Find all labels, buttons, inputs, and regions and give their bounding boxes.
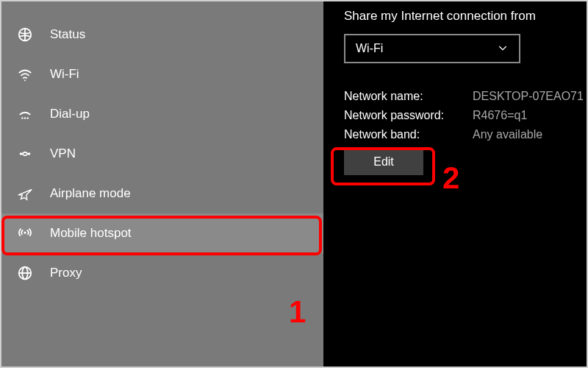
chevron-down-icon <box>497 42 509 56</box>
hotspot-icon <box>16 224 34 242</box>
network-band-label: Network band: <box>344 128 473 141</box>
edit-button-label: Edit <box>373 155 394 169</box>
sidebar-item-label: Wi-Fi <box>50 67 79 82</box>
sidebar-item-status[interactable]: Status <box>0 15 323 54</box>
connection-source-select[interactable]: Wi-Fi <box>344 34 520 63</box>
network-password-value: R4676=q1 <box>473 109 527 122</box>
sidebar-item-wifi[interactable]: Wi-Fi <box>0 54 323 94</box>
sidebar-item-label: Mobile hotspot <box>50 226 132 241</box>
sidebar-item-mobile-hotspot[interactable]: Mobile hotspot <box>0 213 323 253</box>
edit-button[interactable]: Edit <box>344 149 423 175</box>
network-band-row: Network band: Any available <box>344 128 572 141</box>
sidebar-item-proxy[interactable]: Proxy <box>0 253 323 293</box>
network-password-label: Network password: <box>344 109 473 122</box>
svg-point-2 <box>24 79 26 81</box>
network-name-row: Network name: DESKTOP-07EAO71 49 <box>344 90 572 103</box>
sidebar-item-vpn[interactable]: VPN <box>0 134 323 174</box>
svg-point-7 <box>28 152 31 155</box>
dialup-icon <box>16 105 34 123</box>
vpn-icon <box>16 145 34 163</box>
wifi-icon <box>16 66 34 83</box>
network-band-value: Any available <box>473 128 542 141</box>
select-value: Wi-Fi <box>356 42 383 55</box>
sidebar-item-label: VPN <box>50 146 76 161</box>
sidebar-item-label: Dial-up <box>50 107 90 121</box>
proxy-icon <box>16 264 34 282</box>
network-password-row: Network password: R4676=q1 <box>344 109 572 122</box>
sidebar-item-label: Status <box>50 27 85 42</box>
status-icon <box>16 26 34 43</box>
svg-point-6 <box>20 152 23 155</box>
network-name-value: DESKTOP-07EAO71 49 <box>473 90 588 103</box>
svg-point-8 <box>24 231 26 233</box>
share-connection-label: Share my Internet connection from <box>344 9 572 24</box>
svg-point-5 <box>26 117 28 118</box>
svg-point-3 <box>21 117 23 118</box>
sidebar-item-label: Airplane mode <box>50 186 131 201</box>
sidebar-item-label: Proxy <box>50 266 82 280</box>
sidebar-item-dialup[interactable]: Dial-up <box>0 94 323 134</box>
settings-window: Status Wi-Fi Dial-up VPN Airplane mode <box>0 0 588 368</box>
airplane-icon <box>16 185 34 202</box>
settings-sidebar: Status Wi-Fi Dial-up VPN Airplane mode <box>0 0 323 368</box>
hotspot-settings-panel: Share my Internet connection from Wi-Fi … <box>323 0 588 368</box>
svg-point-4 <box>24 117 26 118</box>
sidebar-item-airplane[interactable]: Airplane mode <box>0 174 323 213</box>
network-name-label: Network name: <box>344 90 473 103</box>
